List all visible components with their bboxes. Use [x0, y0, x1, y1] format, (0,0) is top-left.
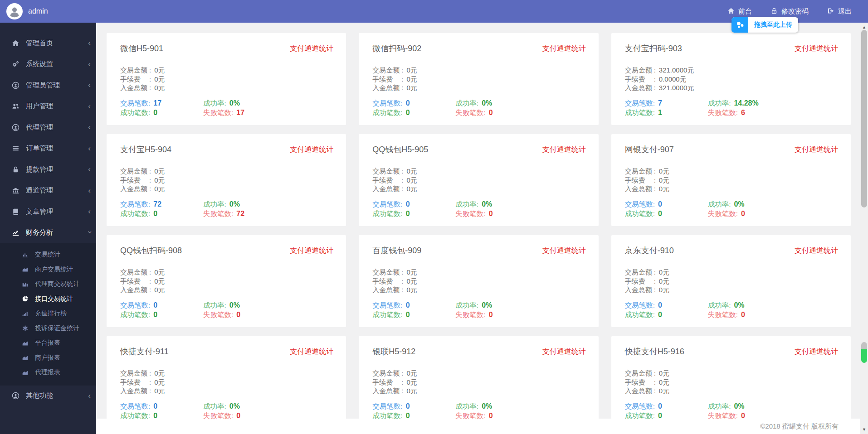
stat-rate: 成功率:0% [455, 402, 585, 411]
metric-value: 0元 [659, 268, 669, 277]
users-icon [12, 102, 20, 110]
submenu-item-agent-report[interactable]: 代理报表 [0, 365, 96, 380]
stat-label: 失败笔数: [455, 412, 485, 420]
metric-amount: 交易金额:0元 [625, 268, 838, 277]
sidebar-item-agent-manage[interactable]: 代理管理‹ [0, 117, 96, 138]
submenu-item-recharge-rank[interactable]: 充值排行榜 [0, 306, 96, 321]
stat-label: 交易笔数: [625, 99, 655, 107]
metric-colon: : [149, 369, 151, 378]
area-chart-icon [22, 369, 29, 376]
channel-stats-link[interactable]: 支付通道统计 [795, 347, 838, 357]
channel-stats-link[interactable]: 支付通道统计 [290, 347, 333, 357]
stat-label: 交易笔数: [372, 301, 402, 309]
stat-value: 0% [734, 200, 744, 208]
sidebar-item-other-functions[interactable]: 其他功能‹ [0, 386, 96, 407]
metric-colon: : [149, 285, 151, 294]
stat-value: 1 [658, 109, 662, 116]
nav-link-frontend[interactable]: 前台 [727, 7, 752, 16]
submenu-item-agent-trade-stats[interactable]: 代理商交易统计 [0, 277, 96, 292]
metric-value: 0元 [154, 369, 165, 378]
sidebar-item-label: 管理员管理 [26, 81, 60, 90]
channel-stats-link[interactable]: 支付通道统计 [542, 44, 586, 53]
stat-value: 0 [658, 301, 662, 309]
stat-value: 0 [153, 301, 157, 309]
sidebar-item-channel-manage[interactable]: 通道管理‹ [0, 180, 96, 202]
nav-link-change-password[interactable]: 修改密码 [770, 7, 809, 16]
scrollbar-thumb[interactable] [861, 30, 867, 207]
metric-total: 入金总额:0元 [372, 83, 585, 92]
stat-fail: 失败笔数:0 [708, 209, 838, 219]
submenu-item-merchant-trade-stats[interactable]: 商户交易统计 [0, 262, 96, 277]
sidebar-item-admin-home[interactable]: 管理首页‹ [0, 33, 96, 54]
channel-stats: 交易笔数:0成功率:0%成功笔数:0失败笔数:0 [372, 301, 585, 320]
channel-stats-link[interactable]: 支付通道统计 [542, 246, 586, 256]
channel-stats-link[interactable]: 支付通道统计 [795, 44, 838, 53]
stat-value: 0% [229, 402, 240, 410]
channel-card: 银联H5-912支付通道统计交易金额:0元手续费:0元入金总额:0元交易笔数:0… [359, 336, 598, 428]
sidebar-item-article-manage[interactable]: 文章管理‹ [0, 201, 96, 222]
metric-label: 手续费 [120, 378, 149, 387]
stat-success: 成功笔数:0 [120, 108, 203, 118]
metric-label: 入金总额 [372, 83, 401, 92]
nav-link-label: 退出 [838, 7, 852, 16]
sidebar-item-order-manage[interactable]: 订单管理‹ [0, 138, 96, 159]
channel-stats: 交易笔数:0成功率:0%成功笔数:0失败笔数:0 [372, 99, 585, 118]
sidebar-item-user-manage[interactable]: 用户管理‹ [0, 96, 96, 117]
metric-label: 交易金额 [625, 268, 654, 277]
home-icon [727, 7, 735, 16]
submenu-item-platform-report[interactable]: 平台报表 [0, 336, 96, 351]
scroll-up-arrow-icon[interactable]: ▲ [860, 24, 868, 30]
nav-link-logout[interactable]: 退出 [827, 7, 852, 16]
metric-label: 入金总额 [120, 386, 149, 395]
stat-label: 失败笔数: [203, 311, 233, 318]
page-footer: ©2018 蜜罐支付 版权所有 [96, 419, 860, 434]
stat-value: 0% [734, 301, 744, 309]
chevron-left-icon: ‹ [88, 123, 91, 131]
metric-value: 0元 [154, 167, 165, 176]
channel-stats: 交易笔数:0成功率:0%成功笔数:0失败笔数:0 [625, 200, 838, 219]
channel-stats-link[interactable]: 支付通道统计 [290, 246, 333, 256]
metric-colon: : [401, 268, 403, 277]
submenu-item-trade-stats[interactable]: 交易统计 [0, 247, 96, 262]
stat-value: 0 [658, 412, 662, 420]
metric-value: 0元 [407, 268, 417, 277]
metric-label: 手续费 [625, 75, 654, 84]
stat-value: 0% [229, 200, 240, 208]
drag-upload-button[interactable]: 拖拽至此上传 [731, 17, 798, 33]
main-scrollbar[interactable]: ▲ ▼ [860, 23, 868, 434]
metric-colon: : [654, 285, 656, 294]
sidebar-item-withdraw-manage[interactable]: 提款管理‹ [0, 159, 96, 180]
channel-card: 支付宝扫码-903支付通道统计交易金额:321.0000元手续费:0.0000元… [611, 33, 851, 125]
metric-value: 0.0000元 [659, 75, 687, 84]
stat-label: 失败笔数: [708, 210, 738, 217]
sidebar-item-admin-manage[interactable]: 管理员管理‹ [0, 75, 96, 96]
stat-success: 成功笔数:0 [120, 209, 203, 219]
stat-label: 失败笔数: [708, 109, 738, 116]
scrollbar-green-thumb[interactable] [861, 342, 867, 363]
sidebar-item-system-setting[interactable]: 系统设置‹ [0, 54, 96, 75]
channel-stats-link[interactable]: 支付通道统计 [290, 145, 333, 154]
channel-stats-link[interactable]: 支付通道统计 [542, 347, 586, 357]
channel-stats-link[interactable]: 支付通道统计 [542, 145, 586, 154]
stat-rate: 成功率:0% [203, 402, 333, 411]
submenu-item-api-trade-stats[interactable]: 接口交易统计 [0, 292, 96, 307]
avatar[interactable] [6, 3, 23, 19]
padlock-icon [12, 166, 20, 174]
stat-tx: 交易笔数:0 [625, 402, 708, 411]
submenu-item-merchant-report[interactable]: 商户报表 [0, 351, 96, 366]
stat-tx: 交易笔数:72 [120, 200, 203, 209]
sidebar-item-finance-analysis[interactable]: 财务分析‹ [0, 222, 96, 244]
line-chart-icon [12, 229, 20, 236]
signal-icon [22, 310, 29, 317]
scroll-down-arrow-icon[interactable]: ▼ [860, 426, 868, 433]
main-content: 微信H5-901支付通道统计交易金额:0元手续费:0元入金总额:0元交易笔数:1… [96, 23, 860, 434]
submenu-item-complaint-deposit[interactable]: 投诉保证金统计 [0, 321, 96, 336]
channel-stats-link[interactable]: 支付通道统计 [795, 145, 838, 154]
submenu-item-label: 交易统计 [35, 251, 60, 259]
stat-value: 0% [482, 99, 492, 107]
stat-value: 0 [658, 402, 662, 410]
metric-value: 0元 [154, 184, 165, 193]
channel-stats-link[interactable]: 支付通道统计 [290, 44, 333, 53]
channel-stats-link[interactable]: 支付通道统计 [795, 246, 838, 256]
stat-value: 0 [658, 210, 662, 217]
